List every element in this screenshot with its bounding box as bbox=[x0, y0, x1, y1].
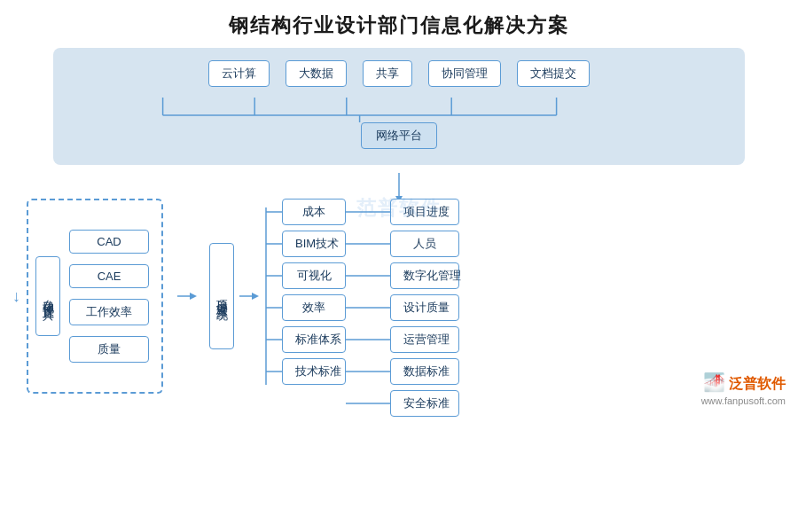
logo-main: 🌁 泛普软件 bbox=[701, 370, 786, 395]
cloud-box-1: 大数据 bbox=[286, 60, 347, 87]
auto-design-label: 自动化设计工具 bbox=[35, 256, 60, 336]
mid-item-5: 技术标准 bbox=[282, 358, 346, 385]
right-conn-3 bbox=[346, 294, 390, 321]
right-conn-5 bbox=[346, 358, 390, 385]
right-conn-6 bbox=[346, 390, 390, 417]
right-item-5: 数据标准 bbox=[390, 358, 459, 385]
right-connector-svg bbox=[239, 199, 266, 394]
svg-marker-10 bbox=[252, 293, 259, 300]
right-row-2: 数字化管理 bbox=[346, 262, 459, 289]
right-item-0: 项目进度 bbox=[390, 199, 459, 225]
right-row-0: 项目进度 bbox=[346, 199, 459, 225]
right-conn-2 bbox=[346, 262, 390, 289]
tool-cae: CAE bbox=[69, 264, 149, 288]
platform-box: 网络平台 bbox=[361, 122, 437, 149]
right-row-5: 数据标准 bbox=[346, 358, 459, 385]
left-connector-svg bbox=[177, 199, 204, 394]
mid-line-0 bbox=[266, 199, 282, 225]
mid-line-1 bbox=[266, 231, 282, 257]
right-conn-1 bbox=[346, 231, 390, 257]
mid-row-2: 可视化 bbox=[266, 262, 346, 289]
tool-efficiency: 工作效率 bbox=[69, 299, 149, 325]
mid-line-4 bbox=[266, 326, 282, 353]
mid-line-2 bbox=[266, 262, 282, 289]
left-dashed-section: ↓ 自动化设计工具 CAD CAE 工作效率 质量 bbox=[27, 199, 163, 394]
tool-quality: 质量 bbox=[69, 336, 149, 363]
right-conn-0 bbox=[346, 199, 390, 225]
cloud-box-3: 协同管理 bbox=[428, 60, 501, 87]
left-arrow: ↓ bbox=[12, 287, 20, 306]
mid-line-3 bbox=[266, 294, 282, 321]
mid-line-5 bbox=[266, 358, 282, 385]
right-row-6: 安全标准 bbox=[346, 390, 459, 417]
left-tools: CAD CAE 工作效率 质量 bbox=[69, 230, 149, 363]
mid-item-0: 成本 bbox=[282, 199, 346, 225]
mid-row-3: 效率 bbox=[266, 294, 346, 321]
mid-row-0: 成本 bbox=[266, 199, 346, 225]
cloud-boxes: 云计算 大数据 共享 协同管理 文档提交 bbox=[71, 60, 727, 87]
cloud-lines-svg bbox=[71, 98, 727, 122]
right-item-1: 人员 bbox=[390, 231, 459, 257]
logo-sub: www.fanpusoft.com bbox=[701, 395, 786, 408]
mid-item-3: 效率 bbox=[282, 294, 346, 321]
right-item-6: 安全标准 bbox=[390, 390, 459, 417]
page-title: 钢结构行业设计部门信息化解决方案 bbox=[0, 0, 798, 48]
cloud-section: 云计算 大数据 共享 协同管理 文档提交 网络平台 bbox=[53, 48, 745, 165]
svg-marker-8 bbox=[190, 293, 197, 300]
mid-row-5: 技术标准 bbox=[266, 358, 346, 385]
mid-row-1: BIM技术 bbox=[266, 231, 346, 257]
logo: 🌁 泛普软件 www.fanpusoft.com bbox=[701, 370, 786, 408]
right-row-1: 人员 bbox=[346, 231, 459, 257]
mid-row-4: 标准体系 bbox=[266, 326, 346, 353]
right-conn-4 bbox=[346, 326, 390, 353]
right-section: 项目进度 人员 数字化管理 bbox=[346, 199, 459, 417]
right-item-2: 数字化管理 bbox=[390, 262, 459, 289]
right-row-4: 运营管理 bbox=[346, 326, 459, 353]
cloud-box-4: 文档提交 bbox=[517, 60, 590, 87]
mid-item-4: 标准体系 bbox=[282, 326, 346, 353]
mid-item-2: 可视化 bbox=[282, 262, 346, 289]
right-item-4: 运营管理 bbox=[390, 326, 459, 353]
right-item-3: 设计质量 bbox=[390, 294, 459, 321]
mid-item-1: BIM技术 bbox=[282, 231, 346, 257]
tool-cad: CAD bbox=[69, 230, 149, 254]
cloud-box-0: 云计算 bbox=[208, 60, 270, 87]
cloud-box-2: 共享 bbox=[363, 60, 412, 87]
pms-box: 项目管理系统 bbox=[209, 243, 234, 349]
mid-spine bbox=[264, 199, 268, 394]
right-row-3: 设计质量 bbox=[346, 294, 459, 321]
